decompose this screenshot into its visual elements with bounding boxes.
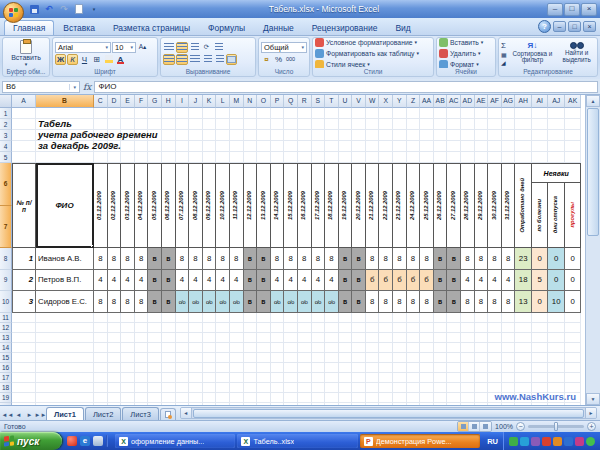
cell[interactable] <box>284 141 298 152</box>
cell[interactable] <box>461 353 475 363</box>
day-cell-17[interactable]: о/о <box>312 291 326 313</box>
workbook-minimize-button[interactable]: – <box>553 21 566 32</box>
scroll-right-icon[interactable]: ► <box>585 408 596 418</box>
zoom-slider-thumb[interactable] <box>554 422 558 431</box>
tray-icon[interactable] <box>520 437 529 446</box>
cell[interactable] <box>271 393 285 403</box>
cell[interactable] <box>447 403 461 405</box>
header-truancy[interactable]: прогулы <box>565 183 582 248</box>
cell[interactable] <box>502 313 516 323</box>
cell[interactable] <box>148 313 162 323</box>
truancy-days-cell[interactable]: 0 <box>565 291 582 313</box>
employee-name[interactable]: Петров В.П. <box>36 270 94 292</box>
header-date-17[interactable]: 17.12.2009 <box>312 163 326 248</box>
cell[interactable] <box>515 343 532 353</box>
cell[interactable] <box>230 363 244 373</box>
cell[interactable] <box>532 313 549 323</box>
cell[interactable] <box>257 141 271 152</box>
cell[interactable] <box>475 108 489 119</box>
day-cell-18[interactable]: 4 <box>325 270 339 292</box>
header-date-29[interactable]: 29.12.2009 <box>475 163 489 248</box>
cell[interactable] <box>230 393 244 403</box>
cell[interactable] <box>203 373 217 383</box>
cell[interactable] <box>548 363 565 373</box>
cell[interactable] <box>12 130 36 141</box>
header-date-8[interactable]: 08.12.2009 <box>189 163 203 248</box>
cell[interactable] <box>244 373 258 383</box>
cell[interactable] <box>447 373 461 383</box>
cell[interactable] <box>216 313 230 323</box>
header-date-3[interactable]: 03.12.2009 <box>121 163 135 248</box>
zoom-out-icon[interactable]: − <box>516 422 525 431</box>
borders-icon[interactable]: ⊞ <box>91 54 102 65</box>
cell[interactable] <box>407 313 421 323</box>
cell[interactable] <box>532 333 549 343</box>
clear-icon[interactable]: ◢ <box>501 59 507 66</box>
cell[interactable] <box>447 141 461 152</box>
cell[interactable] <box>434 373 448 383</box>
cell[interactable] <box>176 373 190 383</box>
first-sheet-icon[interactable]: ◄◄ <box>2 409 13 420</box>
cell[interactable] <box>420 313 434 323</box>
cell[interactable] <box>393 353 407 363</box>
day-cell-31[interactable]: 8 <box>502 291 516 313</box>
cell[interactable] <box>135 383 149 393</box>
cell[interactable] <box>420 363 434 373</box>
day-cell-23[interactable]: б <box>393 270 407 292</box>
worked-days-cell[interactable]: 23 <box>515 248 532 270</box>
cell[interactable] <box>488 119 502 130</box>
underline-icon[interactable]: Ч <box>79 54 90 65</box>
find-select-button[interactable]: Найти и выделить <box>558 42 595 63</box>
day-cell-28[interactable]: 8 <box>461 248 475 270</box>
cell[interactable] <box>434 353 448 363</box>
align-top-icon[interactable] <box>163 42 175 53</box>
cell[interactable] <box>135 373 149 383</box>
column-header-V[interactable]: V <box>352 95 366 108</box>
cell[interactable] <box>244 108 258 119</box>
font-name-combo[interactable]: Arial▾ <box>55 42 111 53</box>
cell[interactable] <box>515 353 532 363</box>
day-cell-14[interactable]: о/о <box>271 291 285 313</box>
cell[interactable] <box>298 343 312 353</box>
cell[interactable] <box>189 353 203 363</box>
day-cell-12[interactable]: в <box>244 291 258 313</box>
cell[interactable] <box>203 313 217 323</box>
close-button[interactable]: × <box>581 3 597 16</box>
cell[interactable] <box>162 323 176 333</box>
cell[interactable] <box>230 323 244 333</box>
cell[interactable] <box>475 363 489 373</box>
cells-item-3[interactable]: Формат▾ <box>439 59 493 68</box>
cell[interactable] <box>475 141 489 152</box>
cell[interactable] <box>284 353 298 363</box>
cell[interactable] <box>352 130 366 141</box>
cell[interactable] <box>298 130 312 141</box>
day-cell-26[interactable]: в <box>434 248 448 270</box>
cell[interactable] <box>352 393 366 403</box>
employee-number[interactable]: 1 <box>12 248 36 270</box>
cell[interactable] <box>203 119 217 130</box>
cell[interactable] <box>325 119 339 130</box>
cell[interactable] <box>488 152 502 163</box>
cell[interactable] <box>257 130 271 141</box>
day-cell-5[interactable]: в <box>148 291 162 313</box>
cell[interactable] <box>284 383 298 393</box>
cell[interactable] <box>176 152 190 163</box>
office-button-icon[interactable] <box>3 2 24 23</box>
styles-item-1[interactable]: Условное форматирование▾ <box>315 38 431 47</box>
header-date-1[interactable]: 01.12.2009 <box>94 163 108 248</box>
cell[interactable] <box>284 323 298 333</box>
cell[interactable] <box>189 363 203 373</box>
row-header-13[interactable]: 13 <box>0 333 12 343</box>
cell[interactable] <box>271 403 285 405</box>
column-header-X[interactable]: X <box>379 95 393 108</box>
cell[interactable] <box>176 353 190 363</box>
cell[interactable] <box>325 353 339 363</box>
cell[interactable] <box>393 108 407 119</box>
day-cell-29[interactable]: 4 <box>475 270 489 292</box>
cell[interactable] <box>366 119 380 130</box>
cell[interactable] <box>162 363 176 373</box>
cell[interactable] <box>488 313 502 323</box>
cell[interactable] <box>548 353 565 363</box>
header-date-25[interactable]: 25.12.2009 <box>420 163 434 248</box>
taskbar-button-1[interactable]: Xоформление данны... <box>115 434 235 448</box>
